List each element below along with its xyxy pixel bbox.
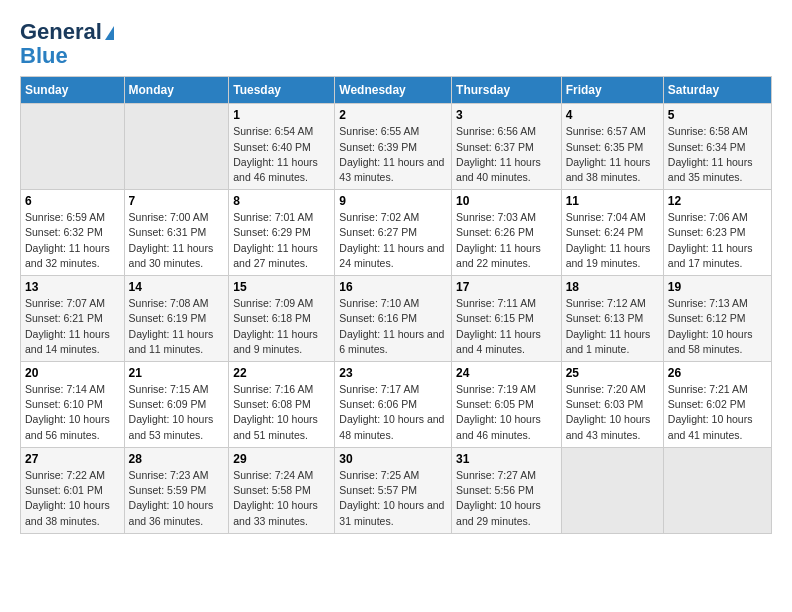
calendar-cell: 19Sunrise: 7:13 AM Sunset: 6:12 PM Dayli… bbox=[663, 276, 771, 362]
day-info: Sunrise: 7:12 AM Sunset: 6:13 PM Dayligh… bbox=[566, 297, 651, 355]
day-number: 30 bbox=[339, 452, 447, 466]
calendar-cell: 10Sunrise: 7:03 AM Sunset: 6:26 PM Dayli… bbox=[452, 190, 562, 276]
day-number: 8 bbox=[233, 194, 330, 208]
day-number: 3 bbox=[456, 108, 557, 122]
day-info: Sunrise: 7:01 AM Sunset: 6:29 PM Dayligh… bbox=[233, 211, 318, 269]
calendar-cell: 13Sunrise: 7:07 AM Sunset: 6:21 PM Dayli… bbox=[21, 276, 125, 362]
day-number: 22 bbox=[233, 366, 330, 380]
day-number: 26 bbox=[668, 366, 767, 380]
day-header-thursday: Thursday bbox=[452, 77, 562, 104]
calendar-cell: 25Sunrise: 7:20 AM Sunset: 6:03 PM Dayli… bbox=[561, 362, 663, 448]
day-number: 19 bbox=[668, 280, 767, 294]
day-number: 31 bbox=[456, 452, 557, 466]
day-number: 11 bbox=[566, 194, 659, 208]
calendar-cell: 2Sunrise: 6:55 AM Sunset: 6:39 PM Daylig… bbox=[335, 104, 452, 190]
calendar-cell: 18Sunrise: 7:12 AM Sunset: 6:13 PM Dayli… bbox=[561, 276, 663, 362]
day-number: 28 bbox=[129, 452, 225, 466]
day-header-wednesday: Wednesday bbox=[335, 77, 452, 104]
day-info: Sunrise: 6:58 AM Sunset: 6:34 PM Dayligh… bbox=[668, 125, 753, 183]
calendar-cell: 23Sunrise: 7:17 AM Sunset: 6:06 PM Dayli… bbox=[335, 362, 452, 448]
day-number: 10 bbox=[456, 194, 557, 208]
calendar-cell: 6Sunrise: 6:59 AM Sunset: 6:32 PM Daylig… bbox=[21, 190, 125, 276]
calendar-cell: 22Sunrise: 7:16 AM Sunset: 6:08 PM Dayli… bbox=[229, 362, 335, 448]
day-number: 23 bbox=[339, 366, 447, 380]
day-number: 2 bbox=[339, 108, 447, 122]
day-info: Sunrise: 7:11 AM Sunset: 6:15 PM Dayligh… bbox=[456, 297, 541, 355]
calendar-cell: 26Sunrise: 7:21 AM Sunset: 6:02 PM Dayli… bbox=[663, 362, 771, 448]
calendar-cell: 7Sunrise: 7:00 AM Sunset: 6:31 PM Daylig… bbox=[124, 190, 229, 276]
day-info: Sunrise: 7:08 AM Sunset: 6:19 PM Dayligh… bbox=[129, 297, 214, 355]
day-info: Sunrise: 7:20 AM Sunset: 6:03 PM Dayligh… bbox=[566, 383, 651, 441]
calendar-cell: 8Sunrise: 7:01 AM Sunset: 6:29 PM Daylig… bbox=[229, 190, 335, 276]
day-info: Sunrise: 7:19 AM Sunset: 6:05 PM Dayligh… bbox=[456, 383, 541, 441]
calendar-cell: 16Sunrise: 7:10 AM Sunset: 6:16 PM Dayli… bbox=[335, 276, 452, 362]
day-info: Sunrise: 7:16 AM Sunset: 6:08 PM Dayligh… bbox=[233, 383, 318, 441]
day-info: Sunrise: 7:07 AM Sunset: 6:21 PM Dayligh… bbox=[25, 297, 110, 355]
day-header-friday: Friday bbox=[561, 77, 663, 104]
day-info: Sunrise: 7:09 AM Sunset: 6:18 PM Dayligh… bbox=[233, 297, 318, 355]
day-number: 20 bbox=[25, 366, 120, 380]
day-number: 9 bbox=[339, 194, 447, 208]
day-info: Sunrise: 7:22 AM Sunset: 6:01 PM Dayligh… bbox=[25, 469, 110, 527]
logo-text-general: General bbox=[20, 20, 114, 44]
calendar-cell: 29Sunrise: 7:24 AM Sunset: 5:58 PM Dayli… bbox=[229, 447, 335, 533]
calendar-week-row: 20Sunrise: 7:14 AM Sunset: 6:10 PM Dayli… bbox=[21, 362, 772, 448]
day-number: 7 bbox=[129, 194, 225, 208]
day-info: Sunrise: 7:03 AM Sunset: 6:26 PM Dayligh… bbox=[456, 211, 541, 269]
day-info: Sunrise: 7:21 AM Sunset: 6:02 PM Dayligh… bbox=[668, 383, 753, 441]
calendar-cell bbox=[561, 447, 663, 533]
day-number: 27 bbox=[25, 452, 120, 466]
day-header-saturday: Saturday bbox=[663, 77, 771, 104]
day-info: Sunrise: 7:24 AM Sunset: 5:58 PM Dayligh… bbox=[233, 469, 318, 527]
calendar-cell: 4Sunrise: 6:57 AM Sunset: 6:35 PM Daylig… bbox=[561, 104, 663, 190]
calendar-week-row: 13Sunrise: 7:07 AM Sunset: 6:21 PM Dayli… bbox=[21, 276, 772, 362]
calendar-cell: 28Sunrise: 7:23 AM Sunset: 5:59 PM Dayli… bbox=[124, 447, 229, 533]
day-info: Sunrise: 7:27 AM Sunset: 5:56 PM Dayligh… bbox=[456, 469, 541, 527]
day-header-tuesday: Tuesday bbox=[229, 77, 335, 104]
calendar-cell bbox=[21, 104, 125, 190]
calendar-week-row: 27Sunrise: 7:22 AM Sunset: 6:01 PM Dayli… bbox=[21, 447, 772, 533]
day-header-monday: Monday bbox=[124, 77, 229, 104]
day-info: Sunrise: 6:57 AM Sunset: 6:35 PM Dayligh… bbox=[566, 125, 651, 183]
day-info: Sunrise: 7:14 AM Sunset: 6:10 PM Dayligh… bbox=[25, 383, 110, 441]
day-number: 5 bbox=[668, 108, 767, 122]
day-info: Sunrise: 7:02 AM Sunset: 6:27 PM Dayligh… bbox=[339, 211, 444, 269]
day-number: 17 bbox=[456, 280, 557, 294]
calendar-cell: 5Sunrise: 6:58 AM Sunset: 6:34 PM Daylig… bbox=[663, 104, 771, 190]
day-number: 29 bbox=[233, 452, 330, 466]
day-number: 25 bbox=[566, 366, 659, 380]
calendar-cell: 11Sunrise: 7:04 AM Sunset: 6:24 PM Dayli… bbox=[561, 190, 663, 276]
day-info: Sunrise: 7:06 AM Sunset: 6:23 PM Dayligh… bbox=[668, 211, 753, 269]
day-number: 15 bbox=[233, 280, 330, 294]
calendar-cell: 21Sunrise: 7:15 AM Sunset: 6:09 PM Dayli… bbox=[124, 362, 229, 448]
calendar-week-row: 6Sunrise: 6:59 AM Sunset: 6:32 PM Daylig… bbox=[21, 190, 772, 276]
calendar-table: SundayMondayTuesdayWednesdayThursdayFrid… bbox=[20, 76, 772, 533]
day-info: Sunrise: 7:25 AM Sunset: 5:57 PM Dayligh… bbox=[339, 469, 444, 527]
calendar-cell bbox=[663, 447, 771, 533]
day-info: Sunrise: 6:56 AM Sunset: 6:37 PM Dayligh… bbox=[456, 125, 541, 183]
calendar-cell bbox=[124, 104, 229, 190]
day-info: Sunrise: 7:13 AM Sunset: 6:12 PM Dayligh… bbox=[668, 297, 753, 355]
day-number: 6 bbox=[25, 194, 120, 208]
day-info: Sunrise: 7:00 AM Sunset: 6:31 PM Dayligh… bbox=[129, 211, 214, 269]
day-header-sunday: Sunday bbox=[21, 77, 125, 104]
logo: General Blue bbox=[20, 20, 114, 68]
calendar-cell: 24Sunrise: 7:19 AM Sunset: 6:05 PM Dayli… bbox=[452, 362, 562, 448]
calendar-cell: 15Sunrise: 7:09 AM Sunset: 6:18 PM Dayli… bbox=[229, 276, 335, 362]
calendar-cell: 3Sunrise: 6:56 AM Sunset: 6:37 PM Daylig… bbox=[452, 104, 562, 190]
calendar-cell: 9Sunrise: 7:02 AM Sunset: 6:27 PM Daylig… bbox=[335, 190, 452, 276]
day-number: 16 bbox=[339, 280, 447, 294]
calendar-cell: 30Sunrise: 7:25 AM Sunset: 5:57 PM Dayli… bbox=[335, 447, 452, 533]
calendar-cell: 14Sunrise: 7:08 AM Sunset: 6:19 PM Dayli… bbox=[124, 276, 229, 362]
calendar-cell: 31Sunrise: 7:27 AM Sunset: 5:56 PM Dayli… bbox=[452, 447, 562, 533]
day-number: 18 bbox=[566, 280, 659, 294]
day-number: 14 bbox=[129, 280, 225, 294]
day-number: 12 bbox=[668, 194, 767, 208]
day-number: 4 bbox=[566, 108, 659, 122]
day-info: Sunrise: 7:23 AM Sunset: 5:59 PM Dayligh… bbox=[129, 469, 214, 527]
calendar-cell: 27Sunrise: 7:22 AM Sunset: 6:01 PM Dayli… bbox=[21, 447, 125, 533]
day-info: Sunrise: 7:17 AM Sunset: 6:06 PM Dayligh… bbox=[339, 383, 444, 441]
day-info: Sunrise: 7:04 AM Sunset: 6:24 PM Dayligh… bbox=[566, 211, 651, 269]
header: General Blue bbox=[20, 20, 772, 68]
calendar-cell: 1Sunrise: 6:54 AM Sunset: 6:40 PM Daylig… bbox=[229, 104, 335, 190]
